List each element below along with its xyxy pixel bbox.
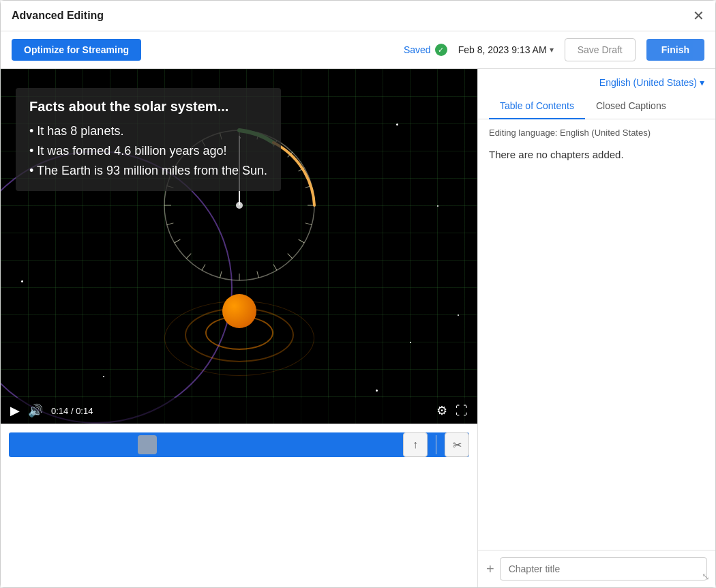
- svg-line-11: [273, 265, 277, 271]
- settings-button[interactable]: ⚙: [436, 403, 447, 418]
- add-chapter-button[interactable]: +: [486, 561, 494, 577]
- caption-list: It has 8 planets. It was formed 4.6 bill…: [29, 121, 267, 180]
- fullscreen-button[interactable]: ⛶: [456, 404, 468, 418]
- saved-indicator: Saved ✓: [404, 44, 447, 56]
- play-button[interactable]: ▶: [10, 403, 20, 418]
- video-player[interactable]: Facts about the solar system... It has 8…: [1, 69, 477, 424]
- timeline-area: ↑ ✂: [1, 424, 477, 587]
- svg-line-10: [287, 254, 292, 259]
- star: [410, 342, 411, 343]
- caption-item-2: It was formed 4.6 billion years ago!: [29, 141, 267, 161]
- caption-item-1: It has 8 planets.: [29, 121, 267, 141]
- svg-line-12: [256, 271, 258, 278]
- settings-icon: ⚙: [436, 403, 447, 418]
- svg-point-26: [236, 202, 243, 209]
- tab-closed-captions[interactable]: Closed Captions: [585, 93, 677, 119]
- toolbar: Optimize for Streaming Saved ✓ Feb 8, 20…: [1, 31, 715, 69]
- language-button[interactable]: English (United States) ▾: [599, 77, 704, 88]
- datetime-button[interactable]: Feb 8, 2023 9:13 AM ▾: [458, 44, 554, 55]
- saved-label: Saved: [404, 44, 431, 55]
- timeline-tools: ↑ ✂: [403, 432, 469, 457]
- star: [396, 123, 398, 126]
- editing-language-label: Editing language: English (United States…: [489, 128, 704, 138]
- finish-button[interactable]: Finish: [646, 39, 704, 61]
- datetime-label: Feb 8, 2023 9:13 AM: [458, 44, 547, 55]
- play-icon: ▶: [10, 403, 20, 418]
- optimize-streaming-button[interactable]: Optimize for Streaming: [12, 39, 141, 61]
- language-selector: English (United States) ▾: [478, 69, 715, 93]
- tabs: Table of Contents Closed Captions: [478, 93, 715, 119]
- planet: [222, 294, 256, 328]
- svg-line-14: [220, 271, 222, 278]
- window-title: Advanced Editing: [12, 10, 104, 22]
- right-panel: English (United States) ▾ Table of Conte…: [478, 69, 715, 587]
- title-bar: Advanced Editing ✕: [1, 1, 715, 31]
- time-display: 0:14 / 0:14: [51, 406, 93, 416]
- volume-button[interactable]: 🔊: [28, 403, 43, 418]
- caption-title: Facts about the solar system...: [29, 99, 267, 115]
- svg-line-16: [186, 254, 191, 259]
- left-panel: Facts about the solar system... It has 8…: [1, 69, 478, 587]
- lang-chevron-icon: ▾: [700, 77, 704, 88]
- svg-line-18: [166, 223, 173, 225]
- tab-table-of-contents[interactable]: Table of Contents: [489, 93, 585, 119]
- star: [376, 389, 378, 392]
- star: [437, 205, 438, 207]
- svg-line-15: [202, 265, 205, 271]
- scissors-button[interactable]: ✂: [445, 432, 469, 457]
- volume-icon: 🔊: [28, 403, 43, 418]
- caption-overlay: Facts about the solar system... It has 8…: [16, 88, 281, 191]
- arrow-up-icon: ↑: [413, 439, 418, 451]
- save-draft-button[interactable]: Save Draft: [565, 38, 636, 61]
- move-up-button[interactable]: ↑: [403, 432, 428, 457]
- svg-line-8: [305, 223, 312, 225]
- timeline-track[interactable]: [9, 432, 469, 457]
- resize-handle[interactable]: ⤡: [702, 571, 710, 582]
- datetime-chevron-icon: ▾: [550, 45, 554, 55]
- svg-line-9: [298, 239, 304, 243]
- no-chapters-message: There are no chapters added.: [489, 149, 704, 160]
- scissors-icon: ✂: [453, 439, 462, 452]
- chapter-input-row: +: [478, 550, 715, 587]
- tab-content: Editing language: English (United States…: [478, 119, 715, 550]
- advanced-editing-window: Advanced Editing ✕ Optimize for Streamin…: [0, 0, 716, 588]
- main-area: Facts about the solar system... It has 8…: [1, 69, 715, 587]
- fullscreen-icon: ⛶: [456, 404, 468, 418]
- close-button[interactable]: ✕: [693, 9, 704, 23]
- caption-item-3: The Earth is 93 million miles from the S…: [29, 161, 267, 181]
- star: [458, 314, 459, 316]
- timeline-thumb[interactable]: [138, 435, 157, 454]
- chapter-title-input[interactable]: [500, 557, 707, 580]
- svg-line-17: [174, 239, 180, 243]
- saved-check-icon: ✓: [435, 44, 447, 56]
- tool-divider: [436, 435, 436, 454]
- language-label: English (United States): [599, 77, 697, 88]
- video-controls: ▶ 🔊 0:14 / 0:14 ⚙ ⛶: [1, 398, 477, 424]
